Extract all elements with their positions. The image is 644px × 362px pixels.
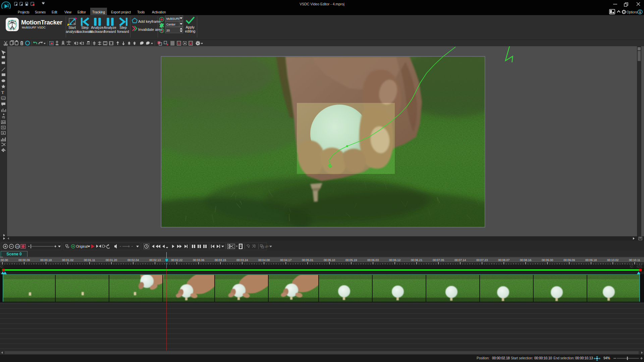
svg-text:dP: dP (265, 245, 269, 248)
svg-text:T: T (1, 90, 4, 95)
svg-text:100: 100 (16, 245, 20, 248)
svg-text:CC: CC (2, 97, 5, 100)
svg-text:Original: Original (76, 245, 88, 248)
